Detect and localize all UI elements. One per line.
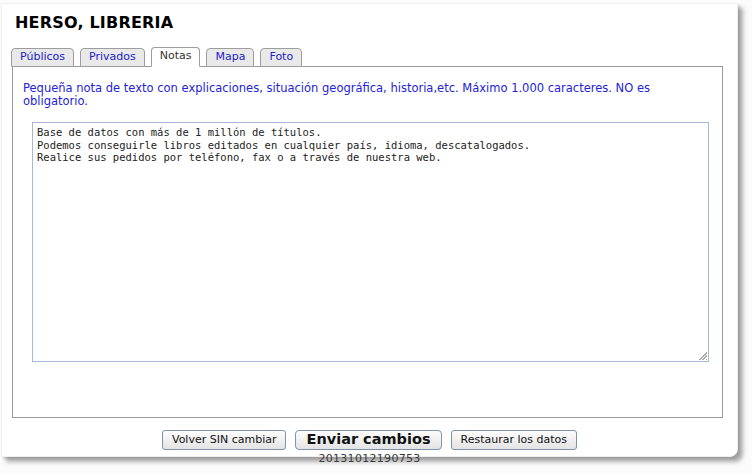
tab-privados[interactable]: Privados xyxy=(80,48,145,67)
notes-textarea-wrap: Base de datos con más de 1 millón de tít… xyxy=(32,122,709,362)
notes-panel: Pequeña nota de texto con explicaciones,… xyxy=(12,66,723,418)
app-window: HERSO, LIBRERIA Públicos Privados Notas … xyxy=(1,3,738,457)
instructions-text: Pequeña nota de texto con explicaciones,… xyxy=(23,82,712,108)
page-title: HERSO, LIBRERIA xyxy=(15,13,737,32)
tab-notas[interactable]: Notas xyxy=(151,47,201,67)
enviar-cambios-button[interactable]: Enviar cambios xyxy=(295,430,441,450)
restaurar-datos-button[interactable]: Restaurar los datos xyxy=(451,430,577,450)
footer-actions: Volver SIN cambiar Enviar cambios Restau… xyxy=(2,430,737,450)
tab-publicos[interactable]: Públicos xyxy=(11,48,74,67)
tab-mapa[interactable]: Mapa xyxy=(206,48,254,67)
tab-bar: Públicos Privados Notas Mapa Foto xyxy=(11,47,737,66)
tab-foto[interactable]: Foto xyxy=(260,48,302,67)
timestamp: 20131012190753 xyxy=(2,452,737,465)
volver-sin-cambiar-button[interactable]: Volver SIN cambiar xyxy=(162,430,287,450)
notes-textarea[interactable]: Base de datos con más de 1 millón de tít… xyxy=(32,122,709,362)
